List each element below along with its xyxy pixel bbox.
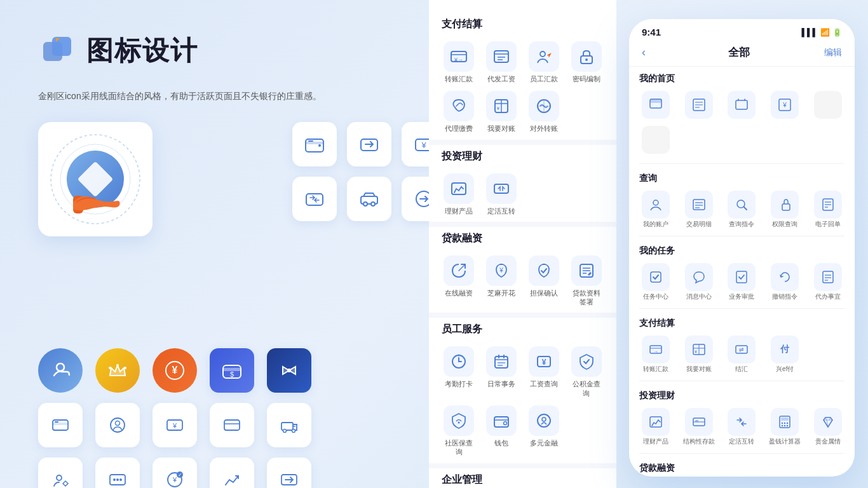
menu-label-reconcile: 我要对账 [487,124,515,133]
icon-wallet [292,122,337,166]
phone-label-approval: 业务审批 [729,293,754,301]
menu-label-wallet-emp: 钱包 [494,438,508,447]
phone-mockup: 9:41 ▌▌▌ 📶 🔋 ‹ 全部 编辑 我的首页 [629,19,855,477]
phone-signals: ▌▌▌ 📶 🔋 [801,28,842,37]
phone-item-query-cmd[interactable]: 查询指令 [723,191,761,228]
menu-label-daily: 日常事务 [487,379,515,388]
title-icon [38,32,76,70]
phone-icon-my-account [642,191,670,219]
phone-item-revoke[interactable]: 撤销指令 [766,263,804,301]
phone-item-task-center[interactable]: 任务中心 [637,263,675,301]
svg-text:⇌: ⇌ [739,346,744,353]
phone-icon-item-1[interactable] [637,91,675,121]
phone-icon-2 [685,91,713,119]
phone-item-todo[interactable]: 代办事宜 [809,263,847,301]
phone-item-e-receipt[interactable]: 电子回单 [809,191,847,228]
phone-icon-finance-product [642,408,670,436]
phone-icon-4: ¥ [771,91,799,119]
menu-item-wage-query[interactable]: ¥ 工资查询 [527,346,562,398]
svg-rect-146 [695,420,698,422]
phone-divider-4 [639,381,844,381]
menu-icon-loan-sign [571,255,602,286]
phone-item-fixed-switch[interactable]: 定活互转 [723,408,761,445]
divider-4 [429,463,616,468]
phone-item-precious[interactable]: 贵金属情 [809,408,847,445]
phone-divider-2 [639,236,844,236]
phone-label-finance-product: 理财产品 [643,438,668,445]
menu-item-social-insurance[interactable]: 社医保查询 [442,405,477,457]
menu-item-staff-remit[interactable]: 员工汇款 [527,41,562,83]
phone-item-my-account[interactable]: 我的账户 [637,191,675,228]
phone-section-query: 查询 [629,166,855,188]
phone-nav: ‹ 全部 编辑 [629,43,855,67]
signal-bars: ▌▌▌ [801,28,818,37]
svg-point-24 [124,367,126,369]
loan-grid: 在线融资 ¥ 芝麻开花 担保确认 [442,255,604,307]
phone-icon-item-5[interactable] [809,91,847,121]
phone-item-reconcile-pay[interactable]: ¥ 我要对账 [680,336,718,373]
menu-item-guarantee[interactable]: 担保确认 [527,255,562,307]
phone-item-finance-product[interactable]: 理财产品 [637,408,675,445]
phone-icon-query-cmd [728,191,756,219]
phone-section-loan: 贷款融资 [629,456,855,473]
section-enterprise: 企业管理 操作员管理 [429,468,616,488]
svg-text:✓: ✓ [178,472,182,478]
phone-item-transaction[interactable]: 交易明细 [680,191,718,228]
menu-icon-attendance [444,346,474,377]
phone-item-perm-query[interactable]: 权限查询 [766,191,804,228]
menu-label-social-insurance: 社医保查询 [442,438,477,457]
icon-blue-hand [38,348,83,393]
phone-item-approval[interactable]: 业务审批 [723,263,761,301]
menu-item-provident[interactable]: 公积金查询 [569,346,604,398]
phone-icon-precious [814,408,842,436]
menu-item-loan-sign[interactable]: 贷款资料签署 [569,255,604,307]
menu-item-payment-service[interactable]: 代理缴费 [442,91,477,133]
menu-item-attendance[interactable]: 考勤打卡 [442,346,477,398]
section-invest-title: 投资理财 [442,145,604,166]
back-icon[interactable]: ‹ [642,46,646,59]
menu-item-transfer[interactable]: ¥→ 转账汇款 [442,41,477,83]
menu-item-multi-finance[interactable]: 多元金融 [527,405,562,457]
menu-item-fixed-transfer[interactable]: 定活互转 [484,173,519,215]
icon-yen-card: ¥ [153,403,197,447]
menu-item-online-loan[interactable]: 在线融资 [442,255,477,307]
phone-icon-task-center [642,263,670,291]
phone-label-e-receipt: 电子回单 [815,220,841,228]
phone-edit-button[interactable]: 编辑 [824,47,842,58]
svg-rect-109 [650,99,661,103]
phone-icon-item-6[interactable] [637,126,675,156]
phone-item-transfer-pay[interactable]: → 转账汇款 [637,336,675,373]
menu-icon-payment-service [444,91,474,121]
menu-item-foreign-transfer[interactable]: 对外转账 [527,91,562,133]
menu-item-sesame[interactable]: ¥ 芝麻开花 [484,255,519,307]
outline-icon-row-2: ¥ ✓ [38,458,407,488]
menu-item-wallet-emp[interactable]: 钱包 [484,405,519,457]
menu-item-finance[interactable]: 理财产品 [442,173,477,215]
svg-text:¥: ¥ [542,358,546,367]
phone-payment-grid: → 转账汇款 ¥ 我要对账 [629,333,855,378]
phone-item-calculator[interactable]: 盈钱计算器 [766,408,804,445]
menu-item-salary[interactable]: 代发工资 [484,41,519,83]
menu-icon-wallet-emp [486,405,517,436]
svg-text:$: $ [230,370,234,378]
phone-item-message[interactable]: 消息中心 [680,263,718,301]
phone-icon-item-2[interactable] [680,91,718,121]
phone-label-structured: 结构性存款 [683,438,715,445]
svg-point-90 [542,417,546,421]
menu-item-reconcile[interactable]: ¥ 我要对账 [484,91,519,133]
menu-icon-password [571,41,602,72]
phone-icon-e-receipt [814,191,842,219]
subtitle: 金刚区icon采用线面结合的风格，有助于活跃页面且不失银行的庄重感。 [38,89,419,103]
phone-item-xingef[interactable]: 付 兴ef付 [766,336,804,373]
menu-item-password[interactable]: 密码编制 [569,41,604,83]
phone-item-structured[interactable]: 结构性存款 [680,408,718,445]
colored-icon-row: ¥ $ [38,348,407,393]
phone-query-grid: 我的账户 交易明细 [629,188,855,233]
icon-exchange [292,177,337,221]
phone-icon-item-4[interactable]: ¥ [766,91,804,121]
phone-label-fixed-switch: 定活互转 [729,438,754,445]
phone-icon-item-3[interactable] [723,91,761,121]
svg-point-86 [458,422,460,424]
menu-item-daily[interactable]: 日常事务 [484,346,519,398]
phone-item-exchange-pay[interactable]: ⇌ 结汇 [723,336,761,373]
